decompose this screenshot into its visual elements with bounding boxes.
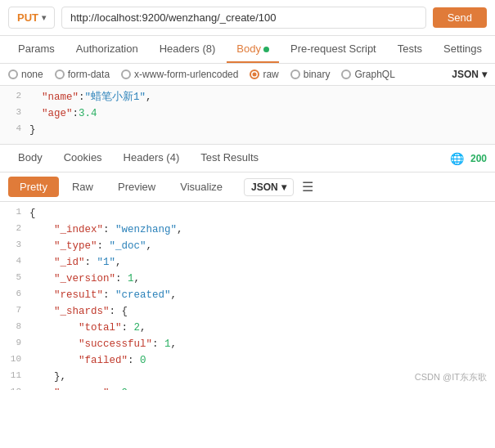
option-none-label: none <box>21 69 43 80</box>
tab-body[interactable]: Body <box>227 36 279 63</box>
radio-none <box>8 69 18 79</box>
response-tab-bar: Body Cookies Headers (4) Test Results 🌐 … <box>0 145 495 172</box>
radio-raw <box>250 69 259 79</box>
resp-line-6: 6 "result": "created", <box>0 287 495 303</box>
resp-tab-headers[interactable]: Headers (4) <box>114 145 190 172</box>
tab-headers[interactable]: Headers (8) <box>150 36 226 63</box>
response-format-chevron: ▾ <box>281 181 286 193</box>
code-line-3: 3 "age":3.4 <box>0 105 495 122</box>
resp-line-8: 8 "total": 2, <box>0 320 495 336</box>
body-dot <box>263 47 269 52</box>
code-line-4: 4 } <box>0 122 495 138</box>
tab-pre-request[interactable]: Pre-request Script <box>281 36 386 63</box>
option-urlencoded-label: x-www-form-urlencoded <box>134 69 238 80</box>
resp-line-3: 3 "_type": "_doc", <box>0 238 495 254</box>
resp-tab-test-results[interactable]: Test Results <box>191 145 268 172</box>
request-code-editor[interactable]: 2 "name":"蜡笔小新1", 3 "age":3.4 4 } <box>0 86 495 145</box>
option-graphql-label: GraphQL <box>354 69 394 80</box>
wrap-icon[interactable]: ☰ <box>302 179 313 195</box>
response-format-dropdown[interactable]: JSON ▾ <box>244 178 294 196</box>
resp-line-4: 4 "_id": "1", <box>0 254 495 271</box>
tab-authorization[interactable]: Authorization <box>66 36 148 63</box>
option-raw[interactable]: raw <box>250 69 278 80</box>
resp-tab-cookies[interactable]: Cookies <box>54 145 112 172</box>
option-none[interactable]: none <box>8 69 43 80</box>
method-chevron: ▾ <box>42 13 46 22</box>
code-line-2: 2 "name":"蜡笔小新1", <box>0 89 495 105</box>
resp-line-5: 5 "_version": 1, <box>0 271 495 287</box>
option-form-data[interactable]: form-data <box>55 69 110 80</box>
view-tab-preview[interactable]: Preview <box>106 177 167 197</box>
resp-line-1: 1 { <box>0 205 495 222</box>
response-code-display: 1 { 2 "_index": "wenzhang", 3 "_type": "… <box>0 202 495 390</box>
format-label: JSON <box>452 69 479 80</box>
response-wrapper: 1 { 2 "_index": "wenzhang", 3 "_type": "… <box>0 202 495 390</box>
tab-settings[interactable]: Settings <box>434 36 492 63</box>
option-graphql[interactable]: GraphQL <box>341 69 394 80</box>
status-badge: 200 <box>470 153 487 164</box>
request-tab-bar: Params Authorization Headers (8) Body Pr… <box>0 36 495 64</box>
option-binary[interactable]: binary <box>290 69 331 80</box>
url-bar: PUT ▾ Send <box>0 0 495 36</box>
radio-urlencoded <box>121 69 131 79</box>
radio-form-data <box>55 69 65 79</box>
radio-graphql <box>341 69 351 79</box>
send-button[interactable]: Send <box>433 7 487 28</box>
tab-params[interactable]: Params <box>8 36 65 63</box>
option-form-data-label: form-data <box>68 69 110 80</box>
url-input[interactable] <box>61 7 426 29</box>
view-tab-pretty[interactable]: Pretty <box>8 177 59 197</box>
format-dropdown[interactable]: JSON ▾ <box>452 69 487 80</box>
option-binary-label: binary <box>304 69 331 80</box>
format-chevron: ▾ <box>482 69 487 80</box>
view-tab-raw[interactable]: Raw <box>61 177 105 197</box>
view-tab-visualize[interactable]: Visualize <box>169 177 234 197</box>
radio-binary <box>290 69 300 79</box>
body-options-bar: none form-data x-www-form-urlencoded raw… <box>0 64 495 86</box>
option-urlencoded[interactable]: x-www-form-urlencoded <box>121 69 238 80</box>
method-dropdown[interactable]: PUT ▾ <box>8 7 55 29</box>
globe-icon: 🌐 <box>450 152 464 165</box>
watermark: CSDN @IT东东歌 <box>415 371 487 383</box>
option-raw-label: raw <box>263 69 278 80</box>
response-options-bar: Pretty Raw Preview Visualize JSON ▾ ☰ <box>0 172 495 202</box>
resp-line-9: 9 "successful": 1, <box>0 336 495 352</box>
resp-line-7: 7 "_shards": { <box>0 303 495 320</box>
resp-line-2: 2 "_index": "wenzhang", <box>0 222 495 238</box>
resp-tab-body[interactable]: Body <box>8 145 52 172</box>
method-label: PUT <box>17 11 38 24</box>
response-format-label: JSON <box>251 181 278 193</box>
resp-line-12: 12 "_seq_no": 9, <box>0 385 495 390</box>
resp-line-10: 10 "failed": 0 <box>0 352 495 369</box>
tab-tests[interactable]: Tests <box>388 36 432 63</box>
